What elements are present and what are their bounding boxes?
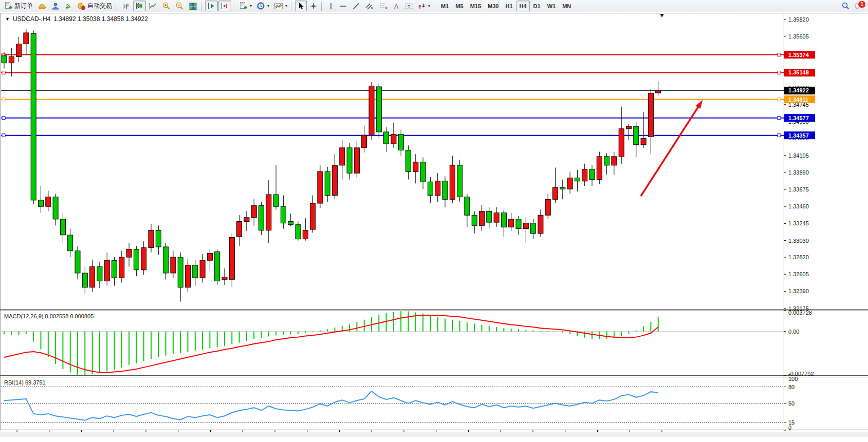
candlestick-chart-button[interactable] bbox=[133, 1, 146, 11]
line-handle[interactable] bbox=[778, 134, 781, 137]
candle-39 bbox=[288, 222, 293, 225]
candle-42 bbox=[310, 203, 316, 229]
candle-53 bbox=[391, 134, 396, 144]
cursor-button[interactable] bbox=[295, 1, 307, 11]
candle-12 bbox=[90, 267, 95, 287]
line-handle[interactable] bbox=[778, 117, 781, 120]
candle-15 bbox=[112, 260, 117, 278]
candle-29 bbox=[215, 252, 220, 281]
line-handle[interactable] bbox=[2, 117, 5, 120]
price-close: 1.34922 bbox=[125, 15, 147, 23]
candle-35 bbox=[259, 206, 264, 230]
candle-22 bbox=[163, 247, 169, 273]
text-button[interactable]: A bbox=[391, 1, 402, 11]
candle-55 bbox=[406, 150, 411, 172]
horizontal-line-button[interactable] bbox=[337, 1, 349, 11]
autoscroll-icon bbox=[207, 2, 216, 10]
timeframe-button-h4[interactable]: H4 bbox=[516, 1, 530, 11]
timeframe-button-m5[interactable]: M5 bbox=[452, 1, 466, 11]
candle-38 bbox=[281, 206, 286, 223]
line-handle[interactable] bbox=[2, 134, 5, 137]
fibonacci-button[interactable]: F bbox=[377, 1, 390, 11]
mt4-window: 新订单自动交易▾▾▾EFAT▾M1M5M15M30H1H4D1W1MN1 1.3… bbox=[0, 0, 868, 442]
candle-54 bbox=[398, 134, 403, 150]
candle-87 bbox=[641, 138, 646, 144]
candle-2 bbox=[16, 44, 22, 57]
timeframe-button-m1[interactable]: M1 bbox=[438, 1, 452, 11]
chart-bars-icon bbox=[122, 2, 131, 10]
line-handle[interactable] bbox=[778, 53, 781, 56]
price-high: 1.35038 bbox=[78, 15, 100, 23]
line-handle[interactable] bbox=[778, 98, 781, 101]
candle-52 bbox=[384, 132, 389, 144]
toolbar: 新订单自动交易▾▾▾EFAT▾M1M5M15M30H1H4D1W1MN1 bbox=[0, 0, 868, 12]
signal-button[interactable] bbox=[62, 1, 75, 11]
line-handle[interactable] bbox=[2, 71, 5, 74]
channel-button[interactable]: E bbox=[363, 1, 376, 11]
candle-40 bbox=[296, 225, 301, 239]
candle-49 bbox=[362, 135, 367, 148]
candle-21 bbox=[156, 230, 161, 247]
toolbar-separator bbox=[291, 2, 293, 11]
rsi-scale-label: 50 bbox=[788, 400, 795, 407]
period-button[interactable]: ▾ bbox=[254, 1, 271, 11]
svg-text:F: F bbox=[385, 7, 387, 10]
rsi-scale-label: 0 bbox=[788, 425, 791, 431]
tile-icon bbox=[189, 2, 197, 10]
timeframe-button-m30[interactable]: M30 bbox=[485, 1, 502, 11]
chart-canvas[interactable]: 1.358201.356051.349601.347451.345301.343… bbox=[0, 13, 868, 437]
text-label-button[interactable]: T bbox=[402, 1, 415, 11]
auto-trading-button[interactable]: 自动交易 bbox=[75, 1, 114, 11]
candle-68 bbox=[501, 213, 506, 227]
shapes-button[interactable]: ▾ bbox=[416, 1, 432, 11]
indicators-button[interactable]: ▾ bbox=[272, 1, 289, 11]
trendline-button[interactable] bbox=[350, 1, 362, 11]
gold-button[interactable] bbox=[35, 1, 49, 11]
community-button[interactable] bbox=[49, 1, 62, 11]
svg-text:E: E bbox=[371, 7, 373, 10]
channel-icon: E bbox=[365, 2, 374, 10]
candle-7 bbox=[53, 197, 58, 219]
candle-23 bbox=[171, 257, 176, 273]
line-handle[interactable] bbox=[2, 98, 5, 101]
tile-windows-button[interactable] bbox=[187, 1, 199, 11]
timeframe-button-w1[interactable]: W1 bbox=[544, 1, 559, 11]
vertical-line-button[interactable] bbox=[325, 1, 337, 11]
candle-85 bbox=[626, 126, 632, 129]
chart-window: 1.358201.356051.349601.347451.345301.343… bbox=[0, 13, 868, 437]
chart-background bbox=[0, 13, 868, 437]
candle-25 bbox=[186, 265, 191, 287]
timeframe-button-d1[interactable]: D1 bbox=[530, 1, 544, 11]
new-chart-button[interactable]: ▾ bbox=[237, 1, 254, 11]
new-order-button[interactable]: 新订单 bbox=[2, 1, 35, 11]
candle-59 bbox=[435, 181, 440, 196]
candle-69 bbox=[509, 219, 514, 227]
timeframe-button-m15[interactable]: M15 bbox=[467, 1, 484, 11]
candle-80 bbox=[589, 169, 595, 180]
zoom-in-icon bbox=[162, 2, 171, 10]
crosshair-button[interactable] bbox=[307, 1, 320, 11]
timeframe-button-mn[interactable]: MN bbox=[559, 1, 574, 11]
auto-scroll-button[interactable] bbox=[205, 1, 218, 11]
toolbar-separator bbox=[116, 2, 118, 11]
chat-button[interactable]: 1 bbox=[853, 1, 866, 11]
candle-18 bbox=[134, 249, 139, 270]
chart-shift-button[interactable] bbox=[218, 1, 231, 11]
chart-line-icon bbox=[149, 2, 157, 10]
line-chart-button[interactable] bbox=[146, 1, 159, 11]
candle-51 bbox=[376, 87, 381, 132]
zoom-out-button[interactable] bbox=[173, 1, 186, 11]
candle-41 bbox=[303, 230, 308, 239]
timeframe-button-h1[interactable]: H1 bbox=[502, 1, 515, 11]
candle-63 bbox=[465, 197, 470, 216]
search-button[interactable] bbox=[839, 1, 852, 11]
candle-44 bbox=[325, 171, 330, 195]
toolbar-separator bbox=[233, 2, 235, 11]
zoom-in-button[interactable] bbox=[160, 1, 173, 11]
textA-icon: A bbox=[393, 2, 400, 10]
collapse-triangle-icon[interactable]: ▼ bbox=[5, 16, 10, 22]
candle-14 bbox=[104, 260, 109, 281]
bar-chart-button[interactable] bbox=[120, 1, 133, 11]
line-handle[interactable] bbox=[778, 71, 781, 74]
crosshair-icon bbox=[309, 2, 318, 10]
